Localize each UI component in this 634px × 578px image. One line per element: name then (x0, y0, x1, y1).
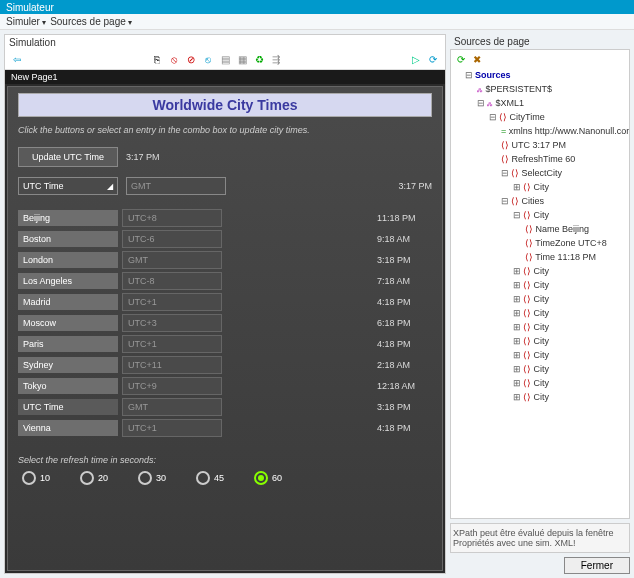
refresh-radio-45[interactable]: 45 (196, 471, 224, 485)
expand-icon[interactable]: ⊞ (513, 306, 523, 320)
tree-city[interactable]: City (534, 308, 550, 318)
menu-simuler[interactable]: Simuler (6, 16, 46, 27)
city-name[interactable]: Vienna (18, 420, 118, 436)
tree-city[interactable]: City (534, 378, 550, 388)
tree-xmlns[interactable]: xmlns (509, 126, 533, 136)
tree-city[interactable]: City (534, 364, 550, 374)
tree-cities[interactable]: Cities (522, 196, 545, 206)
tree-root[interactable]: Sources (475, 70, 511, 80)
refresh-radio-10[interactable]: 10 (22, 471, 50, 485)
expand-icon[interactable]: ⊟ (501, 166, 511, 180)
expand-icon[interactable]: ⊞ (513, 278, 523, 292)
city-name[interactable]: Los Angeles (18, 273, 118, 289)
tree-city[interactable]: City (534, 280, 550, 290)
city-row[interactable]: SydneyUTC+112:18 AM (18, 356, 432, 374)
copy-icon[interactable]: ⎘ (151, 54, 163, 66)
cycle-icon[interactable]: ⟳ (427, 54, 439, 66)
city-row[interactable]: ViennaUTC+14:18 PM (18, 419, 432, 437)
tz-field[interactable]: GMT (126, 177, 226, 195)
expand-icon[interactable]: ⊞ (513, 292, 523, 306)
expand-icon[interactable]: ⊞ (513, 334, 523, 348)
tree-name[interactable]: Name (536, 224, 560, 234)
source-tree[interactable]: ⊟Sources ஃ $PERSISTENT$ ⊟ஃ $XML1 ⊟⟨⟩ Cit… (453, 68, 627, 404)
city-row[interactable]: TokyoUTC+912:18 AM (18, 377, 432, 395)
city-row[interactable]: UTC TimeGMT3:18 PM (18, 398, 432, 416)
city-name[interactable]: Madrid (18, 294, 118, 310)
city-name[interactable]: Sydney (18, 357, 118, 373)
tree-city[interactable]: City (534, 322, 550, 332)
expand-icon[interactable]: ⊞ (513, 348, 523, 362)
city-row[interactable]: BeijingUTC+811:18 PM (18, 209, 432, 227)
tree-refresh[interactable]: RefreshTime (512, 154, 563, 164)
back-icon[interactable]: ⇦ (11, 54, 23, 66)
city-tz[interactable]: UTC+8 (122, 209, 222, 227)
stop-icon[interactable]: ⊘ (185, 54, 197, 66)
tools-icon[interactable]: ✖ (471, 54, 483, 66)
city-row[interactable]: MadridUTC+14:18 PM (18, 293, 432, 311)
stop-red-icon[interactable]: ⦸ (168, 54, 180, 66)
city-tz[interactable]: UTC+11 (122, 356, 222, 374)
tree-city[interactable]: City (534, 392, 550, 402)
tree-selectcity[interactable]: SelectCity (522, 168, 563, 178)
tree-city[interactable]: City (534, 266, 550, 276)
list-icon[interactable]: ▦ (236, 54, 248, 66)
city-row[interactable]: Los AngelesUTC-87:18 AM (18, 272, 432, 290)
city-name[interactable]: Paris (18, 336, 118, 352)
city-tz[interactable]: UTC+1 (122, 419, 222, 437)
tree-persistent[interactable]: $PERSISTENT$ (486, 84, 553, 94)
tree-xml1[interactable]: $XML1 (496, 98, 525, 108)
play-icon[interactable]: ▷ (410, 54, 422, 66)
city-tz[interactable]: UTC+1 (122, 293, 222, 311)
refresh-radio-20[interactable]: 20 (80, 471, 108, 485)
expand-icon[interactable]: ⊟ (513, 208, 523, 222)
expand-icon[interactable]: ⊟ (465, 68, 475, 82)
city-tz[interactable]: UTC+1 (122, 335, 222, 353)
expand-icon[interactable]: ⊞ (513, 376, 523, 390)
expand-icon[interactable]: ⊞ (513, 320, 523, 334)
city-name[interactable]: Beijing (18, 210, 118, 226)
city-tz[interactable]: UTC+9 (122, 377, 222, 395)
refresh-radio-60[interactable]: 60 (254, 471, 282, 485)
refresh-radio-30[interactable]: 30 (138, 471, 166, 485)
city-combo[interactable]: UTC Time ◢ (18, 177, 118, 195)
city-row[interactable]: BostonUTC-69:18 AM (18, 230, 432, 248)
db-icon[interactable]: ▤ (219, 54, 231, 66)
tree-time[interactable]: Time (535, 252, 555, 262)
expand-icon[interactable]: ⊟ (489, 110, 499, 124)
city-row[interactable]: ParisUTC+14:18 PM (18, 335, 432, 353)
city-name[interactable]: London (18, 252, 118, 268)
tree-citytime[interactable]: CityTime (510, 112, 545, 122)
expand-icon[interactable]: ⊞ (513, 264, 523, 278)
close-button[interactable]: Fermer (564, 557, 630, 574)
city-name[interactable]: Boston (18, 231, 118, 247)
reload-icon[interactable]: ⟳ (455, 54, 467, 66)
tree-utc[interactable]: UTC (512, 140, 531, 150)
menu-sources[interactable]: Sources de page (50, 16, 132, 27)
city-tz[interactable]: UTC-6 (122, 230, 222, 248)
expand-icon[interactable]: ⊞ (513, 390, 523, 404)
city-name[interactable]: Tokyo (18, 378, 118, 394)
tree-city[interactable]: City (534, 210, 550, 220)
expand-icon[interactable]: ⊟ (501, 194, 511, 208)
city-row[interactable]: MoscowUTC+36:18 PM (18, 314, 432, 332)
tree-city[interactable]: City (534, 336, 550, 346)
update-utc-button[interactable]: Update UTC Time (18, 147, 118, 167)
city-row[interactable]: LondonGMT3:18 PM (18, 251, 432, 269)
city-name[interactable]: UTC Time (18, 399, 118, 415)
page-tab[interactable]: New Page1 (5, 70, 445, 84)
tree-city[interactable]: City (534, 294, 550, 304)
tree-city[interactable]: City (534, 182, 550, 192)
flow-icon[interactable]: ⇶ (270, 54, 282, 66)
city-name[interactable]: Moscow (18, 315, 118, 331)
city-tz[interactable]: UTC-8 (122, 272, 222, 290)
expand-icon[interactable]: ⊞ (513, 180, 523, 194)
city-tz[interactable]: GMT (122, 398, 222, 416)
expand-icon[interactable]: ⊟ (477, 96, 487, 110)
wifi-icon[interactable]: ⎋ (202, 54, 214, 66)
tree-city[interactable]: City (534, 350, 550, 360)
city-tz[interactable]: UTC+3 (122, 314, 222, 332)
expand-icon[interactable]: ⊞ (513, 362, 523, 376)
city-tz[interactable]: GMT (122, 251, 222, 269)
tree-timezone[interactable]: TimeZone (535, 238, 575, 248)
tree-icon[interactable]: ♻ (253, 54, 265, 66)
